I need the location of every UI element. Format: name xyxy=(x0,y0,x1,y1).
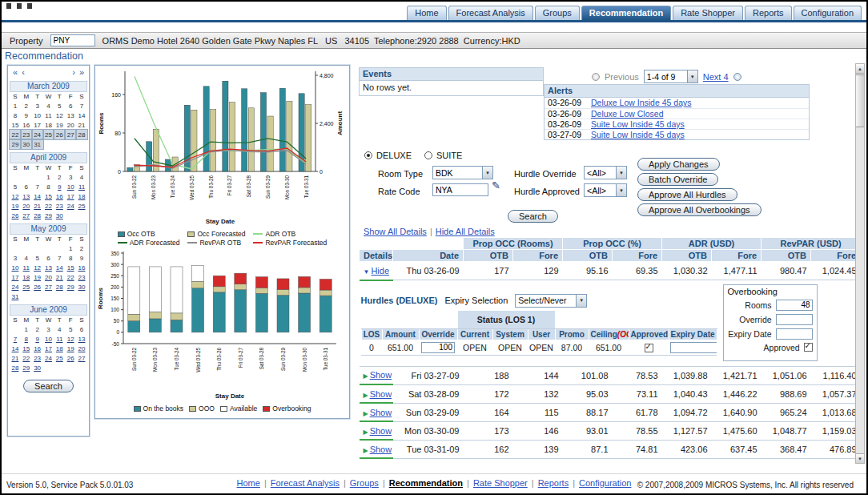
hide-all-details-link[interactable]: Hide All Details xyxy=(436,227,495,236)
tab-configuration[interactable]: Configuration xyxy=(794,6,862,20)
calendar-day[interactable]: 22 xyxy=(65,272,76,282)
room-category-radio-deluxe[interactable] xyxy=(364,151,372,159)
calendar-day[interactable]: 24 xyxy=(43,353,54,363)
calendar-day[interactable]: 29 xyxy=(21,363,32,372)
calendar-day[interactable]: 16 xyxy=(21,120,32,130)
calendar-day[interactable]: 13 xyxy=(43,263,54,272)
calendar-day[interactable]: 27 xyxy=(76,353,87,363)
calendar-day[interactable]: 28 xyxy=(32,211,43,220)
calendar-day[interactable]: 23 xyxy=(21,130,32,139)
scroll-down-button[interactable] xyxy=(856,453,864,463)
calendar-day[interactable]: 21 xyxy=(32,201,43,211)
calendar-day[interactable]: 9 xyxy=(21,111,32,120)
calendar-day[interactable]: 27 xyxy=(65,130,76,139)
calendar-day[interactable]: 17 xyxy=(32,120,43,130)
calendar-day[interactable]: 8 xyxy=(10,111,21,120)
details-toggle-cell[interactable]: ▼Hide xyxy=(360,262,393,280)
calendar-search-button[interactable]: Search xyxy=(23,380,74,392)
calendar-day[interactable]: 18 xyxy=(76,191,87,201)
tab-forecast-analysis[interactable]: Forecast Analysis xyxy=(448,6,533,20)
search-button[interactable]: Search xyxy=(508,210,558,223)
calendar-day[interactable]: 19 xyxy=(32,272,43,282)
next-page-link[interactable]: Next 4 xyxy=(703,72,729,82)
calendar-day[interactable]: 1 xyxy=(43,172,54,182)
calendar-day[interactable]: 7 xyxy=(54,253,65,263)
calendar-day[interactable]: 24 xyxy=(10,282,21,292)
calendar-day[interactable]: 25 xyxy=(21,282,32,292)
calendar-day[interactable]: 19 xyxy=(65,344,76,353)
calendar-day[interactable]: 15 xyxy=(43,191,54,201)
scroll-thumb[interactable] xyxy=(856,74,864,127)
tab-groups[interactable]: Groups xyxy=(535,6,580,20)
calendar-day[interactable]: 3 xyxy=(32,101,43,111)
overbooking-expiry-date-input[interactable] xyxy=(776,328,813,340)
room-category-radio-suite[interactable] xyxy=(424,151,432,159)
calendar-day[interactable]: 1 xyxy=(10,101,21,111)
calendar-day[interactable]: 19 xyxy=(10,201,21,211)
calendar-day[interactable]: 26 xyxy=(54,130,65,139)
calendar-day[interactable]: 6 xyxy=(21,182,32,191)
calendar-day[interactable]: 16 xyxy=(76,263,87,272)
calendar-day[interactable]: 23 xyxy=(54,201,65,211)
calendar-day[interactable]: 3 xyxy=(43,324,54,334)
calendar-day[interactable]: 30 xyxy=(21,139,32,149)
calendar-first-button[interactable]: « xyxy=(13,67,18,77)
calendar-day[interactable]: 15 xyxy=(65,263,76,272)
alert-link[interactable]: Deluxe Low Inside 45 days xyxy=(591,98,692,108)
show-all-details-link[interactable]: Show All Details xyxy=(364,227,427,236)
calendar-day[interactable]: 5 xyxy=(32,253,43,263)
hurdle-approved-select[interactable]: <All> xyxy=(584,183,627,197)
toggle-details-link[interactable]: Show xyxy=(370,370,392,380)
calendar-day[interactable]: 14 xyxy=(54,263,65,272)
calendar-day[interactable]: 2 xyxy=(54,172,65,182)
calendar-day[interactable]: 21 xyxy=(76,120,87,130)
calendar-day[interactable]: 13 xyxy=(76,334,87,344)
calendar-day[interactable]: 31 xyxy=(10,292,21,301)
tab-rate-shopper[interactable]: Rate Shopper xyxy=(673,6,743,20)
toggle-details-link[interactable]: Show xyxy=(370,445,392,454)
property-input[interactable] xyxy=(50,34,95,46)
calendar-day[interactable]: 29 xyxy=(65,282,76,292)
calendar-day[interactable]: 17 xyxy=(43,344,54,353)
calendar-day[interactable]: 26 xyxy=(32,282,43,292)
page-range-select[interactable]: 1-4 of 9 xyxy=(644,70,698,83)
calendar-day[interactable]: 12 xyxy=(54,111,65,120)
calendar-day[interactable]: 5 xyxy=(10,182,21,191)
footer-link-groups[interactable]: Groups xyxy=(350,478,379,488)
calendar-day[interactable]: 20 xyxy=(43,272,54,282)
overbooking-override-input[interactable] xyxy=(776,314,813,325)
calendar-day[interactable]: 6 xyxy=(76,324,87,334)
calendar-day[interactable]: 24 xyxy=(65,201,76,211)
calendar-day[interactable]: 24 xyxy=(32,130,43,139)
calendar-day[interactable]: 27 xyxy=(21,211,32,220)
footer-link-recommendation[interactable]: Recommendation xyxy=(389,478,463,488)
calendar-day[interactable]: 28 xyxy=(10,363,21,372)
calendar-day[interactable]: 29 xyxy=(43,211,54,220)
calendar-day[interactable]: 19 xyxy=(54,120,65,130)
vertical-scrollbar[interactable] xyxy=(855,63,865,464)
apply-changes-button[interactable]: Apply Changes xyxy=(637,158,720,171)
calendar-day[interactable]: 11 xyxy=(54,334,65,344)
calendar-day[interactable]: 18 xyxy=(54,344,65,353)
calendar-day[interactable]: 26 xyxy=(10,211,21,220)
calendar-day[interactable]: 6 xyxy=(65,101,76,111)
calendar-day[interactable]: 2 xyxy=(21,101,32,111)
room-type-select[interactable]: BDK xyxy=(432,166,493,179)
calendar-prev-button[interactable]: ‹ xyxy=(22,67,25,77)
calendar-day[interactable]: 17 xyxy=(10,272,21,282)
calendar-day[interactable]: 28 xyxy=(76,130,87,139)
calendar-day[interactable]: 22 xyxy=(10,130,21,139)
calendar-day[interactable]: 4 xyxy=(76,172,87,182)
calendar-day[interactable]: 20 xyxy=(76,344,87,353)
calendar-day[interactable]: 11 xyxy=(21,263,32,272)
rate-code-input[interactable] xyxy=(432,183,488,196)
calendar-day[interactable]: 8 xyxy=(21,334,32,344)
details-toggle-cell[interactable]: ▶Show xyxy=(360,440,393,458)
previous-page-icon[interactable] xyxy=(592,73,600,81)
calendar-day[interactable]: 16 xyxy=(54,191,65,201)
hurdle-override-select[interactable]: <All> xyxy=(584,166,627,179)
calendar-day[interactable]: 16 xyxy=(32,344,43,353)
toggle-details-link[interactable]: Show xyxy=(370,426,392,436)
calendar-day[interactable]: 9 xyxy=(54,182,65,191)
calendar-day[interactable]: 10 xyxy=(10,263,21,272)
